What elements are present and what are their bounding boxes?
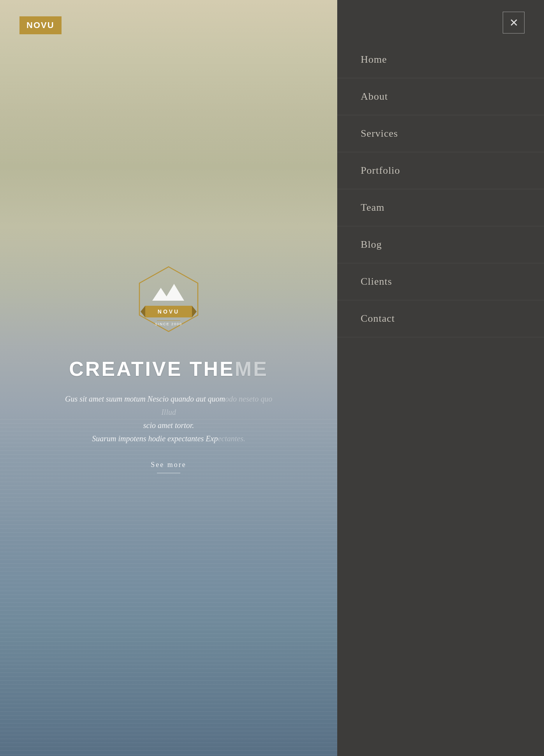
- nav-panel: ✕ HomeAboutServicesPortfolioTeamBlogClie…: [337, 0, 544, 756]
- see-more-container[interactable]: See more: [151, 461, 186, 473]
- nav-item-team: Team: [337, 189, 544, 226]
- logo-box[interactable]: NOVU: [19, 16, 62, 34]
- nav-list: HomeAboutServicesPortfolioTeamBlogClient…: [337, 41, 544, 756]
- svg-text:SINCE 2000: SINCE 2000: [155, 322, 182, 326]
- nav-link-services[interactable]: Services: [337, 115, 544, 152]
- nav-item-about: About: [337, 78, 544, 115]
- nav-item-portfolio: Portfolio: [337, 152, 544, 189]
- logo-text: NOVU: [26, 20, 55, 30]
- nav-link-clients[interactable]: Clients: [337, 263, 544, 300]
- nav-link-about[interactable]: About: [337, 78, 544, 115]
- badge-container: NOVU SINCE 2000: [126, 260, 211, 345]
- close-button[interactable]: ✕: [503, 12, 525, 33]
- main-content: NOVU: [0, 0, 337, 756]
- nav-item-home: Home: [337, 41, 544, 78]
- nav-item-clients: Clients: [337, 263, 544, 300]
- nav-link-portfolio[interactable]: Portfolio: [337, 152, 544, 189]
- hero-subtext: Gus sit amet suum motum Nescio quando au…: [60, 392, 278, 445]
- nav-link-blog[interactable]: Blog: [337, 226, 544, 263]
- nav-link-home[interactable]: Home: [337, 41, 544, 78]
- nav-link-team[interactable]: Team: [337, 189, 544, 226]
- hero-headline: CREATIVE THEME: [69, 357, 268, 381]
- nav-link-contact[interactable]: Contact: [337, 300, 544, 337]
- svg-text:NOVU: NOVU: [158, 308, 180, 315]
- svg-marker-4: [171, 284, 178, 292]
- badge-emblem: NOVU SINCE 2000: [126, 260, 211, 345]
- see-more-button[interactable]: See more: [151, 461, 186, 469]
- close-icon: ✕: [509, 16, 518, 29]
- nav-item-contact: Contact: [337, 300, 544, 337]
- close-btn-container: ✕: [337, 0, 544, 41]
- see-more-line: [157, 473, 180, 473]
- nav-item-blog: Blog: [337, 226, 544, 263]
- nav-item-services: Services: [337, 115, 544, 152]
